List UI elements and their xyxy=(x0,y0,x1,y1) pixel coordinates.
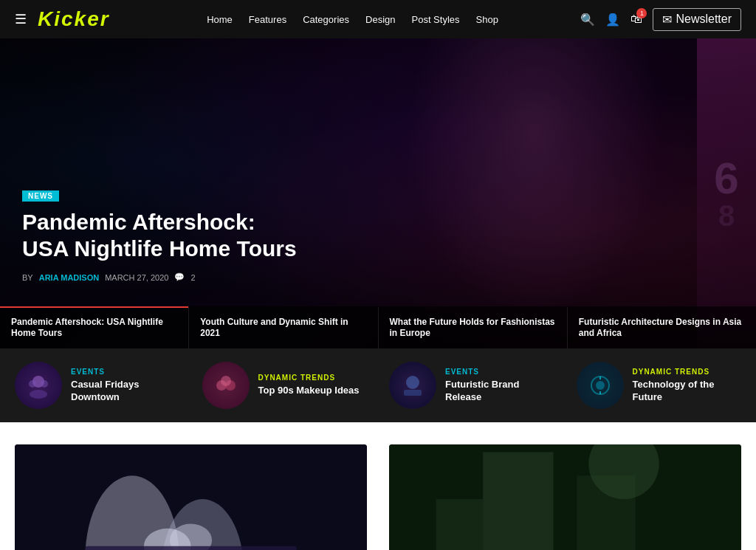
svg-rect-18 xyxy=(85,546,296,550)
svg-point-10 xyxy=(596,381,605,390)
article-figure-0 xyxy=(15,444,367,550)
trending-thumb-img-0 xyxy=(15,362,62,409)
trending-title-0: Casual Fridays Downtown xyxy=(71,379,180,404)
svg-rect-8 xyxy=(404,390,422,396)
svg-rect-20 xyxy=(483,453,553,551)
svg-rect-22 xyxy=(436,499,484,550)
nav-categories[interactable]: Categories xyxy=(303,14,349,25)
article-image-1 xyxy=(389,444,741,550)
nav-home[interactable]: Home xyxy=(207,14,233,25)
svg-point-6 xyxy=(221,376,231,386)
cart-icon[interactable]: 🛍 1 xyxy=(630,13,642,26)
hero-tab-0[interactable]: Pandemic Aftershock: USA Nightlife Home … xyxy=(0,306,188,348)
nav-features[interactable]: Features xyxy=(249,14,286,25)
trending-item-1[interactable]: DYNAMIC TRENDS Top 90s Makeup Ideas xyxy=(202,362,368,409)
site-header: ☰ Kicker Home Features Categories Design… xyxy=(0,0,756,38)
hero-title: Pandemic Aftershock: USA Nightlife Home … xyxy=(22,209,303,262)
newsletter-button[interactable]: ✉ Newsletter xyxy=(653,8,741,31)
trending-title-3: Technology of the Future xyxy=(633,379,742,404)
trending-thumb-img-1 xyxy=(202,362,250,409)
cart-badge-count: 1 xyxy=(636,8,647,18)
main-content: LIFESTYLE Social and Political Equality … xyxy=(0,422,756,550)
hero-section: 6 8 NEWS Pandemic Aftershock: USA Nightl… xyxy=(0,38,756,348)
search-icon[interactable]: 🔍 xyxy=(580,13,595,27)
hero-author-prefix: BY xyxy=(22,273,33,282)
trending-title-2: Futuristic Brand Release xyxy=(445,379,554,404)
hero-author[interactable]: ARIA MADISON xyxy=(39,273,99,282)
nav-shop[interactable]: Shop xyxy=(476,14,498,25)
hero-comments: 2 xyxy=(190,273,195,282)
hero-tab-1-title: Youth Culture and Dynamic Shift in 2021 xyxy=(200,317,366,340)
hero-tab-3[interactable]: Futuristic Architecture Designs in Asia … xyxy=(567,306,756,348)
trending-item-2[interactable]: EVENTS Futuristic Brand Release xyxy=(389,362,554,409)
trending-info-0: EVENTS Casual Fridays Downtown xyxy=(71,368,180,404)
trending-thumb-3 xyxy=(577,362,624,409)
trending-thumb-img-2 xyxy=(389,362,436,409)
trending-category-1: DYNAMIC TRENDS xyxy=(258,374,360,382)
hamburger-menu[interactable]: ☰ xyxy=(15,11,27,27)
trending-info-3: DYNAMIC TRENDS Technology of the Future xyxy=(633,368,742,404)
trending-category-0: EVENTS xyxy=(71,368,180,376)
trending-item-0[interactable]: EVENTS Casual Fridays Downtown xyxy=(15,362,180,409)
hero-badge: NEWS xyxy=(22,190,59,202)
svg-point-7 xyxy=(406,376,419,389)
hero-tab-2-title: What the Future Holds for Fashionistas i… xyxy=(390,317,556,340)
svg-point-1 xyxy=(30,390,47,399)
hero-tab-1[interactable]: Youth Culture and Dynamic Shift in 2021 xyxy=(188,306,377,348)
hero-meta: BY ARIA MADISON MARCH 27, 2020 💬 2 xyxy=(22,272,303,282)
trending-thumb-1 xyxy=(202,362,250,409)
main-nav: Home Features Categories Design Post Sty… xyxy=(125,14,581,25)
hero-content: NEWS Pandemic Aftershock: USA Nightlife … xyxy=(22,188,303,282)
article-figure-1 xyxy=(389,444,741,550)
site-logo[interactable]: Kicker xyxy=(38,7,110,31)
trending-category-2: EVENTS xyxy=(445,368,554,376)
trending-thumb-0 xyxy=(15,362,62,409)
newsletter-icon: ✉ xyxy=(662,13,672,27)
hero-tabs: Pandemic Aftershock: USA Nightlife Home … xyxy=(0,306,756,348)
trending-thumb-img-3 xyxy=(577,362,624,409)
trending-thumb-2 xyxy=(389,362,436,409)
svg-point-3 xyxy=(41,380,48,388)
trending-strip: EVENTS Casual Fridays Downtown DYNAMIC T… xyxy=(0,348,756,422)
nav-post-styles[interactable]: Post Styles xyxy=(411,14,459,25)
hero-tab-0-title: Pandemic Aftershock: USA Nightlife Home … xyxy=(11,317,177,340)
article-card-0: LIFESTYLE Social and Political Equality … xyxy=(15,444,367,550)
hero-comment-icon: 💬 xyxy=(174,272,185,282)
trending-item-3[interactable]: DYNAMIC TRENDS Technology of the Future xyxy=(577,362,742,409)
trending-info-1: DYNAMIC TRENDS Top 90s Makeup Ideas xyxy=(258,374,360,397)
article-card-1 xyxy=(389,444,741,550)
svg-point-2 xyxy=(29,380,36,388)
hero-tab-3-title: Futuristic Architecture Designs in Asia … xyxy=(579,317,745,340)
trending-title-1: Top 90s Makeup Ideas xyxy=(258,385,360,397)
header-icons: 🔍 👤 🛍 1 ✉ Newsletter xyxy=(580,8,741,31)
article-image-0 xyxy=(15,444,367,550)
nav-design[interactable]: Design xyxy=(365,14,395,25)
trending-category-3: DYNAMIC TRENDS xyxy=(633,368,742,376)
user-icon[interactable]: 👤 xyxy=(605,13,620,27)
hero-tab-2[interactable]: What the Future Holds for Fashionistas i… xyxy=(378,306,567,348)
hero-date: MARCH 27, 2020 xyxy=(105,273,168,282)
trending-info-2: EVENTS Futuristic Brand Release xyxy=(445,368,554,404)
